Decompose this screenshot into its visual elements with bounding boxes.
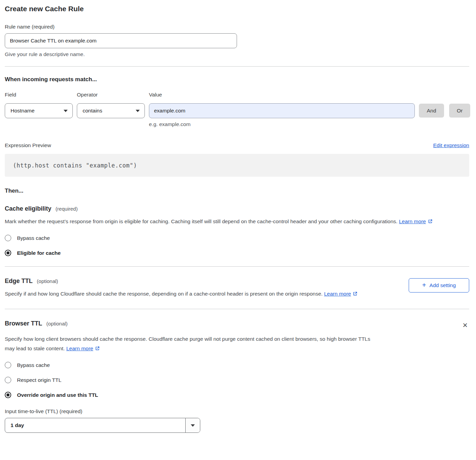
radio-circle-icon[interactable] (5, 362, 11, 368)
and-button[interactable]: And (419, 104, 444, 118)
ttl-select[interactable]: 1 day (5, 418, 200, 433)
cache-eligibility-header: Cache eligibility (required) (5, 205, 469, 212)
match-builder: Field Operator Value Hostname contains A… (5, 92, 469, 127)
plus-icon: + (422, 282, 426, 288)
chevron-down-icon (136, 110, 140, 112)
radio-circle-icon[interactable] (5, 250, 11, 256)
or-button[interactable]: Or (449, 104, 470, 118)
section-divider (5, 66, 469, 67)
browser-ttl-description: Specify how long client browsers should … (5, 334, 375, 353)
expression-preview-row: Expression Preview Edit expression (5, 142, 469, 148)
ttl-input-label: Input time-to-live (TTL) (required) (5, 408, 469, 414)
expression-preview-label: Expression Preview (5, 142, 51, 148)
cache-eligibility-qualifier: (required) (55, 206, 78, 212)
chevron-down-icon (191, 424, 195, 427)
browser-learn-more-link[interactable]: Learn more (66, 346, 93, 351)
browser-ttl-header: Browser TTL (optional) ✕ (5, 320, 469, 330)
edge-learn-more-link[interactable]: Learn more (324, 291, 351, 297)
field-select[interactable]: Hostname (5, 103, 73, 118)
section-divider (5, 309, 469, 309)
radio-circle-icon[interactable] (5, 235, 11, 241)
edge-ttl-header: Edge TTL (optional) Specify if and how l… (5, 278, 469, 299)
section-divider (5, 266, 469, 267)
add-setting-button[interactable]: + Add setting (409, 278, 469, 293)
edge-ttl-description: Specify if and how long Cloudflare shoul… (5, 289, 358, 299)
rule-name-label: Rule name (required) (5, 24, 469, 30)
operator-select[interactable]: contains (77, 103, 145, 118)
cache-learn-more-link[interactable]: Learn more (399, 218, 426, 224)
then-heading: Then... (5, 188, 469, 194)
browser-ttl-title: Browser TTL (5, 320, 42, 327)
ttl-select-arrow[interactable] (185, 418, 200, 432)
external-link-icon (353, 291, 358, 296)
radio-respect-origin-ttl[interactable]: Respect origin TTL (5, 377, 469, 383)
match-heading: When incoming requests match... (5, 76, 469, 83)
page-title: Create new Cache Rule (5, 5, 469, 13)
value-help: e.g. example.com (149, 121, 415, 127)
operator-select-value: contains (83, 108, 136, 114)
ttl-select-value: 1 day (5, 418, 185, 432)
operator-label: Operator (77, 92, 145, 98)
expression-code: (http.host contains "example.com") (5, 154, 469, 177)
external-link-icon (428, 219, 433, 224)
external-link-icon (95, 346, 100, 351)
radio-eligible-for-cache[interactable]: Eligible for cache (5, 250, 469, 256)
value-label: Value (149, 92, 415, 98)
browser-ttl-qualifier: (optional) (46, 321, 68, 326)
radio-circle-icon[interactable] (5, 392, 11, 398)
cache-eligibility-description: Mark whether the request’s response from… (5, 217, 462, 226)
edge-ttl-qualifier: (optional) (37, 278, 58, 284)
radio-bypass-cache[interactable]: Bypass cache (5, 235, 469, 241)
chevron-down-icon (64, 110, 68, 112)
radio-browser-bypass-cache[interactable]: Bypass cache (5, 362, 469, 368)
edge-ttl-title: Edge TTL (5, 278, 33, 284)
field-select-value: Hostname (11, 108, 64, 114)
radio-override-origin-ttl[interactable]: Override origin and use this TTL (5, 392, 469, 398)
rule-name-input[interactable] (5, 33, 237, 48)
edit-expression-link[interactable]: Edit expression (433, 142, 469, 148)
radio-circle-icon[interactable] (5, 377, 11, 383)
field-label: Field (5, 92, 73, 98)
cache-eligibility-title: Cache eligibility (5, 205, 51, 212)
value-input[interactable] (149, 103, 415, 118)
close-icon[interactable]: ✕ (461, 321, 469, 330)
rule-name-help: Give your rule a descriptive name. (5, 51, 469, 57)
